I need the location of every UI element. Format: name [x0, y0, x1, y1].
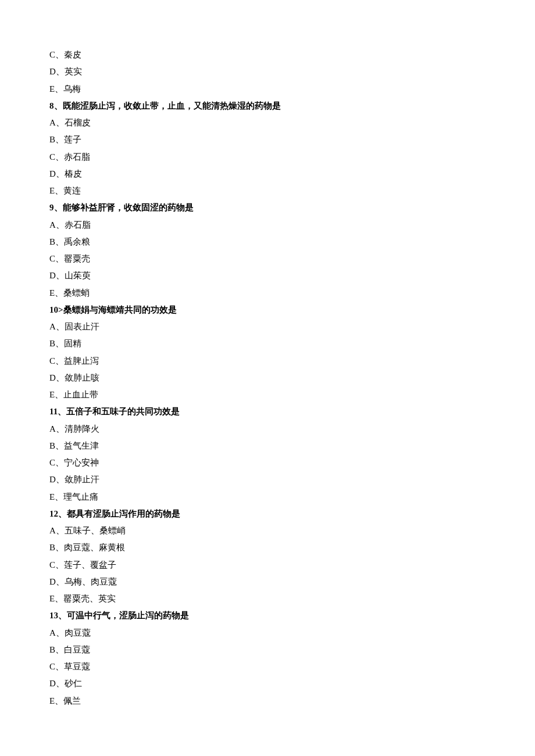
answer-option: B、肉豆蔻、麻黄根: [49, 539, 486, 556]
answer-option: E、理气止痛: [49, 489, 486, 506]
document-page: C、秦皮D、英实E、乌梅8、既能涩肠止泻，收敛止带，止血，又能清热燥湿的药物是A…: [0, 0, 535, 744]
answer-option: E、桑螵蛸: [49, 285, 486, 302]
answer-option: C、秦皮: [49, 46, 486, 63]
question-stem: 11、五倍子和五味子的共同功效是: [49, 403, 486, 420]
answer-option: D、敛肺止咳: [49, 370, 486, 386]
answer-option: E、佩兰: [49, 693, 486, 710]
answer-option: A、赤石脂: [49, 217, 486, 234]
question-stem: 10>桑螵娟与海螵靖共同的功效是: [49, 302, 486, 318]
answer-option: E、乌梅: [49, 81, 486, 98]
answer-option: A、清肺降火: [49, 421, 486, 438]
answer-option: D、砂仁: [49, 675, 486, 692]
question-list: C、秦皮D、英实E、乌梅8、既能涩肠止泻，收敛止带，止血，又能清热燥湿的药物是A…: [49, 46, 486, 710]
answer-option: B、白豆蔻: [49, 642, 486, 658]
answer-option: E、止血止带: [49, 386, 486, 403]
answer-option: B、禹余粮: [49, 234, 486, 250]
answer-option: E、罂粟壳、英实: [49, 590, 486, 607]
answer-option: B、莲子: [49, 131, 486, 148]
question-stem: 13、可温中行气，涩肠止泻的药物是: [49, 607, 486, 624]
question-stem: 8、既能涩肠止泻，收敛止带，止血，又能清热燥湿的药物是: [49, 98, 486, 114]
answer-option: C、赤石脂: [49, 149, 486, 166]
answer-option: C、草豆蔻: [49, 658, 486, 675]
answer-option: B、固精: [49, 335, 486, 352]
answer-option: A、固表止汗: [49, 318, 486, 335]
answer-option: A、五味子、桑螵峭: [49, 522, 486, 539]
answer-option: A、肉豆蔻: [49, 625, 486, 642]
answer-option: D、英实: [49, 63, 486, 80]
answer-option: B、益气生津: [49, 438, 486, 454]
answer-option: C、莲子、覆盆子: [49, 557, 486, 574]
answer-option: E、黄连: [49, 182, 486, 199]
answer-option: D、敛肺止汗: [49, 471, 486, 488]
answer-option: C、益脾止泻: [49, 353, 486, 370]
question-stem: 12、都具有涩肠止泻作用的药物是: [49, 506, 486, 522]
answer-option: D、椿皮: [49, 166, 486, 182]
answer-option: A、石榴皮: [49, 114, 486, 131]
answer-option: C、罂粟壳: [49, 250, 486, 267]
answer-option: D、山茱萸: [49, 267, 486, 284]
question-stem: 9、能够补益肝肾，收敛固涩的药物是: [49, 199, 486, 216]
answer-option: D、乌梅、肉豆蔻: [49, 574, 486, 590]
answer-option: C、宁心安神: [49, 454, 486, 471]
